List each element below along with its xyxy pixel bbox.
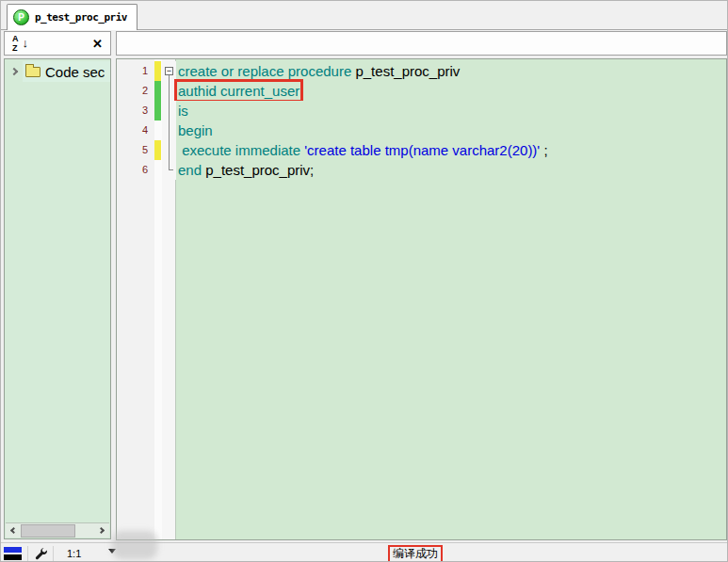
change-bar	[154, 101, 162, 120]
change-bar	[154, 140, 162, 160]
blur-artifact	[112, 531, 157, 559]
code-text[interactable]: create or replace procedure p_test_proc_…	[176, 61, 726, 81]
tree-item-body[interactable]: Code sec	[23, 61, 111, 82]
code-browser-panel: Code sec	[4, 58, 111, 539]
plsql-developer-window: { "tab": { "title": "p_test_proc_priv", …	[0, 0, 728, 562]
code-segment-keyword: begin	[178, 122, 213, 138]
line-number: 5	[117, 140, 154, 160]
close-icon[interactable]: ✕	[92, 38, 103, 50]
code-segment-keyword: authid current_user	[178, 83, 299, 99]
code-segment-plain: p_test_proc_priv;	[202, 162, 314, 178]
code-text[interactable]: execute immediate 'create table tmp(name…	[176, 140, 726, 160]
sort-letter-z: Z	[12, 43, 18, 53]
scroll-right-button[interactable]	[95, 523, 109, 538]
procedure-icon: P	[13, 9, 29, 25]
code-line: 2authid current_user	[117, 81, 726, 101]
scroll-left-button[interactable]	[6, 523, 20, 538]
code-segment-keyword: end	[178, 162, 202, 178]
zoom-level: 1:1	[67, 548, 81, 559]
line-number: 2	[117, 81, 154, 101]
red-annotation-box: authid current_user	[178, 83, 299, 99]
tab-strip: P p_test_proc_priv	[1, 1, 728, 30]
code-segment-keyword: create or replace procedure	[178, 63, 355, 79]
change-bar	[154, 120, 162, 140]
browser-toolbar: A Z ↓ ✕	[4, 31, 111, 56]
tab-title: p_test_proc_priv	[35, 11, 127, 24]
editor-rows: 1create or replace procedure p_test_proc…	[117, 61, 726, 180]
folder-icon	[25, 67, 40, 77]
change-bar	[154, 160, 162, 180]
tab-p-test-proc-priv[interactable]: P p_test_proc_priv	[7, 4, 138, 30]
sort-az-icon[interactable]: A Z ↓	[12, 35, 29, 52]
change-bar	[154, 61, 162, 81]
fold-guide-end	[169, 169, 173, 170]
sort-arrow: ↓	[23, 36, 29, 51]
status-bar: 1:1 编译成功	[1, 542, 728, 562]
compile-status-message: 编译成功	[388, 545, 443, 562]
sort-letter-a: A	[12, 34, 19, 43]
code-editor[interactable]: 1create or replace procedure p_test_proc…	[116, 58, 727, 540]
line-number: 6	[117, 160, 154, 180]
code-segment-plain: p_test_proc_priv	[355, 63, 460, 79]
code-segment-string: 'create table tmp(name varchar2(20))'	[304, 142, 540, 158]
wrench-icon[interactable]	[34, 547, 47, 560]
line-number: 1	[117, 61, 154, 81]
code-segment-keyword: execute immediate	[178, 142, 304, 158]
code-text[interactable]: begin	[176, 120, 726, 140]
code-line: 1create or replace procedure p_test_proc…	[117, 61, 726, 81]
line-number: 3	[117, 101, 154, 120]
code-line: 3is	[117, 101, 726, 120]
change-bar	[154, 81, 162, 101]
statusbar-separator	[27, 546, 28, 561]
tree-item-code-sections[interactable]: Code sec	[5, 61, 111, 82]
code-line: 6end p_test_proc_priv;	[117, 160, 726, 180]
fold-collapse-icon[interactable]: −	[165, 67, 173, 75]
code-segment-keyword: is	[178, 103, 188, 119]
tree-item-label: Code sec	[45, 64, 105, 80]
line-number: 4	[117, 120, 154, 140]
code-text[interactable]: is	[176, 101, 726, 120]
horizontal-scrollbar[interactable]	[6, 522, 109, 538]
fold-guide-line	[169, 75, 170, 169]
compiler-flag-icon[interactable]	[4, 547, 22, 560]
code-text[interactable]: end p_test_proc_priv;	[176, 160, 726, 180]
statusbar-separator	[53, 546, 54, 561]
editor-toolbar-empty	[116, 31, 727, 56]
scrollbar-thumb[interactable]	[21, 524, 75, 538]
code-text[interactable]: authid current_user	[176, 81, 726, 101]
code-line: 4begin	[117, 120, 726, 140]
code-segment-plain: ;	[540, 142, 547, 158]
chevron-right-icon[interactable]	[10, 68, 18, 75]
code-line: 5 execute immediate 'create table tmp(na…	[117, 140, 726, 160]
